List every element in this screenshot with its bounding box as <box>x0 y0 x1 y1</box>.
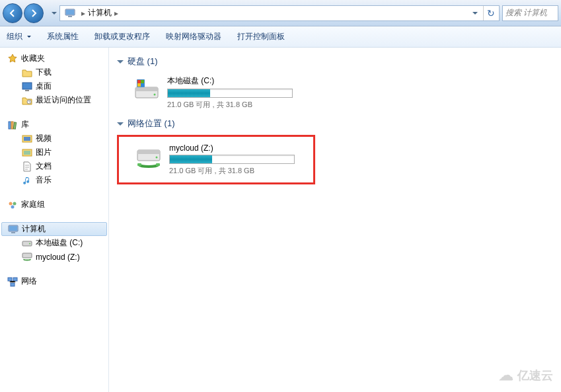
libraries-node[interactable]: 库 <box>0 118 108 132</box>
svg-point-35 <box>156 157 158 159</box>
folder-icon <box>21 67 33 78</box>
breadcrumb-computer[interactable]: 计算机 <box>88 7 112 19</box>
drive-stats: 21.0 GB 可用 , 共 31.8 GB <box>169 166 309 176</box>
computer-label: 计算机 <box>22 223 46 235</box>
favorites-node[interactable]: 收藏夹 <box>0 52 108 65</box>
item-label: 下载 <box>36 67 52 78</box>
star-icon <box>7 54 19 64</box>
command-toolbar: 组织 系统属性 卸载或更改程序 映射网络驱动器 打开控制面板 <box>0 26 561 48</box>
drive-mycloud-z[interactable]: mycloud (Z:) 21.0 GB 可用 , 共 31.8 GB <box>119 138 313 181</box>
map-network-drive-button[interactable]: 映射网络驱动器 <box>166 31 221 42</box>
control-panel-button[interactable]: 打开控制面板 <box>237 31 285 42</box>
svg-point-14 <box>13 202 17 205</box>
computer-icon <box>7 224 19 235</box>
svg-rect-34 <box>137 150 160 154</box>
content-pane: 硬盘 (1) 本地磁盘 (C:) 2 <box>109 48 561 392</box>
organize-menu[interactable]: 组织 <box>7 31 31 42</box>
item-label: 文档 <box>36 161 52 172</box>
svg-rect-32 <box>141 83 144 87</box>
navigation-pane: 收藏夹 下载 桌面 最近访问的位置 库 视频 <box>0 48 109 392</box>
drive-stats: 21.0 GB 可用 , 共 31.8 GB <box>167 100 379 110</box>
nav-button-group <box>3 3 44 23</box>
section-label: 网络位置 (1) <box>128 118 175 130</box>
collapse-arrow-icon <box>117 60 124 63</box>
item-label: 最近访问的位置 <box>36 95 91 106</box>
capacity-bar <box>169 155 295 164</box>
capacity-fill <box>168 89 210 97</box>
svg-rect-2 <box>68 16 72 17</box>
network-locations-section[interactable]: 网络位置 (1) <box>117 115 553 132</box>
address-bar[interactable]: ▸ 计算机 ▸ ↻ <box>59 5 500 21</box>
back-button[interactable] <box>3 3 22 23</box>
libraries-label: 库 <box>21 119 29 130</box>
drive-icon <box>21 238 33 249</box>
system-properties-button[interactable]: 系统属性 <box>47 31 79 42</box>
sidebar-item-recent[interactable]: 最近访问的位置 <box>0 93 108 107</box>
music-icon <box>21 175 33 186</box>
svg-rect-4 <box>25 90 29 91</box>
svg-rect-17 <box>9 226 17 231</box>
sidebar-item-mycloud[interactable]: mycloud (Z:) <box>0 250 108 264</box>
svg-rect-1 <box>66 10 74 15</box>
svg-rect-24 <box>11 283 15 286</box>
homegroup-icon <box>7 200 19 210</box>
section-label: 硬盘 (1) <box>128 56 158 67</box>
sidebar-item-music[interactable]: 音乐 <box>0 173 108 187</box>
network-node[interactable]: 网络 <box>0 274 108 288</box>
capacity-bar <box>167 89 293 98</box>
svg-rect-8 <box>13 122 16 128</box>
forward-button[interactable] <box>24 3 44 23</box>
search-input[interactable]: 搜索 计算机 <box>502 5 558 21</box>
breadcrumb-sep: ▸ <box>81 9 85 18</box>
local-drive-icon <box>133 75 161 103</box>
svg-rect-10 <box>24 137 30 141</box>
desktop-icon <box>21 81 33 92</box>
main-area: 收藏夹 下载 桌面 最近访问的位置 库 视频 <box>0 48 561 392</box>
svg-rect-12 <box>24 151 30 155</box>
pictures-icon <box>21 147 33 158</box>
breadcrumb-sep-end[interactable]: ▸ <box>114 9 118 18</box>
svg-point-20 <box>29 243 30 244</box>
video-icon <box>21 134 33 144</box>
capacity-fill <box>170 155 212 163</box>
sidebar-item-videos[interactable]: 视频 <box>0 132 108 145</box>
favorites-label: 收藏夹 <box>21 53 45 64</box>
network-drive-icon <box>21 252 33 262</box>
svg-rect-6 <box>9 122 11 129</box>
item-label: 桌面 <box>36 81 52 92</box>
computer-node[interactable]: 计算机 <box>1 222 107 236</box>
uninstall-button[interactable]: 卸载或更改程序 <box>94 31 150 42</box>
svg-rect-18 <box>11 232 15 233</box>
documents-icon <box>21 161 33 172</box>
sidebar-item-desktop[interactable]: 桌面 <box>0 79 108 93</box>
address-dropdown[interactable] <box>470 3 480 23</box>
svg-rect-37 <box>156 163 160 166</box>
homegroup-label: 家庭组 <box>21 199 45 210</box>
network-icon <box>7 276 19 287</box>
network-label: 网络 <box>21 276 37 287</box>
item-label: 图片 <box>36 147 52 158</box>
drive-local-c[interactable]: 本地磁盘 (C:) 21.0 GB 可用 , 共 31.8 GB <box>117 70 553 115</box>
svg-rect-21 <box>22 253 32 258</box>
sidebar-item-local-disk[interactable]: 本地磁盘 (C:) <box>0 236 108 250</box>
sidebar-item-pictures[interactable]: 图片 <box>0 145 108 159</box>
item-label: 视频 <box>36 133 52 144</box>
refresh-button[interactable]: ↻ <box>483 6 498 20</box>
svg-rect-3 <box>22 83 32 89</box>
history-dropdown[interactable] <box>49 3 59 23</box>
drive-name: mycloud (Z:) <box>169 143 309 153</box>
network-drive-icon <box>135 143 163 171</box>
svg-rect-29 <box>137 80 141 83</box>
svg-rect-7 <box>11 122 13 129</box>
sidebar-item-downloads[interactable]: 下载 <box>0 65 108 79</box>
item-label: 音乐 <box>36 175 52 186</box>
sidebar-item-documents[interactable]: 文档 <box>0 159 108 173</box>
drive-name: 本地磁盘 (C:) <box>167 75 379 87</box>
library-icon <box>7 120 19 130</box>
hard-disks-section[interactable]: 硬盘 (1) <box>117 53 553 70</box>
homegroup-node[interactable]: 家庭组 <box>0 198 108 212</box>
svg-point-13 <box>9 202 13 205</box>
svg-rect-23 <box>13 278 17 281</box>
highlight-annotation: mycloud (Z:) 21.0 GB 可用 , 共 31.8 GB <box>117 135 315 184</box>
svg-rect-36 <box>137 163 141 166</box>
